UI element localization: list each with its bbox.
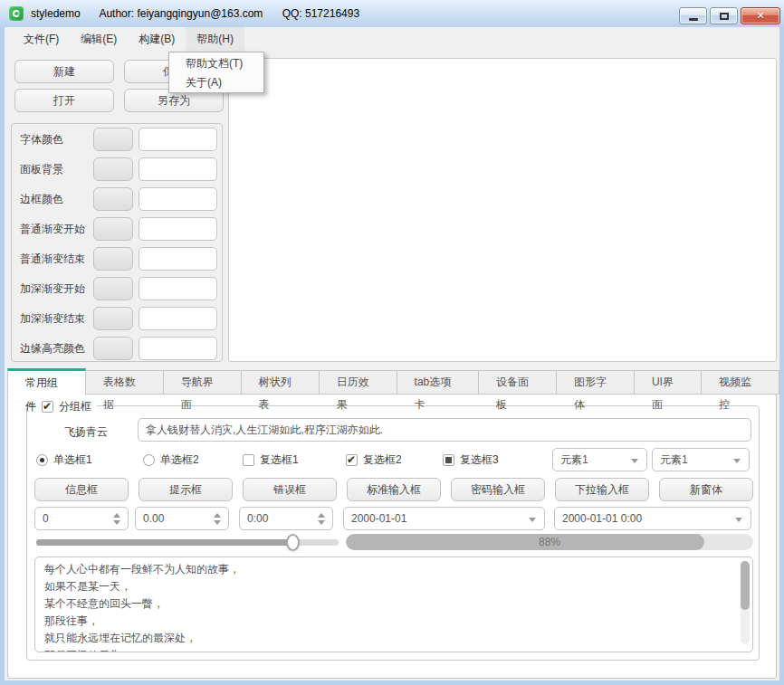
tab-icon-font[interactable]: 图形字体 — [556, 370, 635, 395]
combo-box-2[interactable]: 元素1 — [652, 448, 750, 471]
radio-icon — [36, 454, 48, 466]
combo-box-1[interactable]: 元素1 — [552, 448, 647, 471]
menu-help[interactable]: 帮助(H) — [186, 27, 244, 52]
color-value-input[interactable] — [139, 247, 217, 271]
color-swatch-button[interactable] — [93, 157, 133, 181]
color-label: 加深渐变开始 — [20, 277, 85, 300]
color-value-input[interactable] — [139, 128, 217, 151]
info-dialog-button[interactable]: 信息框 — [34, 478, 129, 501]
group-box-checkbox[interactable]: 分组框 — [42, 399, 91, 414]
radio-2[interactable]: 单选框2 — [143, 448, 199, 471]
titlebar[interactable]: styledemo Author: feiyangqingyun@163.com… — [0, 0, 784, 27]
tab-calendar[interactable]: 日历效果 — [319, 370, 397, 395]
color-swatch-button[interactable] — [93, 277, 133, 300]
checkbox-label: 复选框3 — [460, 452, 499, 468]
tab-tabcontrol[interactable]: tab选项卡 — [397, 370, 480, 395]
hint-dialog-button[interactable]: 提示框 — [139, 478, 233, 501]
color-value-input[interactable] — [139, 277, 217, 300]
tab-nav-ui[interactable]: 导航界面 — [163, 370, 242, 395]
datetime-picker-value: 2000-01-01 0:00 — [562, 508, 642, 529]
color-value-input[interactable] — [139, 217, 217, 241]
color-value-input[interactable] — [139, 307, 217, 330]
color-value-input[interactable] — [139, 337, 217, 360]
checkbox-1[interactable]: 复选框1 — [243, 448, 299, 471]
name-input[interactable]: 拿人钱财替人消灾,人生江湖如此,程序江湖亦如此. — [138, 418, 751, 442]
combo-value: 元素1 — [560, 449, 588, 471]
dropdown-input-button[interactable]: 下拉输入框 — [555, 478, 649, 501]
story-textarea[interactable]: 每个人心中都有一段鲜不为人知的故事， 如果不是某一天， 某个不经意的回头一瞥， … — [34, 557, 753, 652]
slider-handle[interactable] — [286, 534, 300, 551]
color-label: 加深渐变结束 — [20, 307, 85, 330]
checkbox-3[interactable]: 复选框3 — [443, 448, 499, 471]
color-label: 普通渐变开始 — [20, 217, 85, 241]
color-label: 普通渐变结束 — [20, 247, 85, 271]
chevron-down-icon — [529, 518, 536, 522]
int-spinbox[interactable]: 0 — [34, 507, 129, 530]
radio-1[interactable]: 单选框1 — [36, 448, 92, 471]
error-dialog-button[interactable]: 错误框 — [243, 478, 337, 501]
app-window: styledemo Author: feiyangqingyun@163.com… — [0, 0, 784, 685]
standard-input-button[interactable]: 标准输入框 — [347, 478, 441, 501]
date-picker[interactable]: 2000-01-01 — [343, 507, 545, 530]
menu-build[interactable]: 构建(B) — [128, 27, 186, 52]
double-spinbox[interactable]: 0.00 — [135, 507, 229, 530]
time-spinbox[interactable]: 0:00 — [239, 507, 333, 530]
new-window-button[interactable]: 新窗体 — [659, 478, 753, 501]
datetime-picker[interactable]: 2000-01-01 0:00 — [554, 507, 751, 530]
color-row-highlight: 边缘高亮颜色 — [12, 337, 222, 360]
progress-bar: 88% — [346, 534, 753, 550]
qq-text: QQ: 517216493 — [282, 7, 359, 20]
vertical-scrollbar[interactable] — [741, 561, 750, 644]
color-row-normal-grad-end: 普通渐变结束 — [12, 247, 222, 271]
maximize-icon — [720, 13, 729, 20]
new-button[interactable]: 新建 — [14, 60, 114, 83]
spinbox-arrows-icon[interactable] — [214, 513, 221, 525]
tab-table-data[interactable]: 表格数据 — [85, 370, 164, 395]
chevron-down-icon — [735, 518, 742, 522]
minimize-button[interactable] — [679, 7, 707, 24]
color-swatch-button[interactable] — [93, 217, 133, 241]
group-box-legend: 分组框 — [36, 398, 97, 414]
spinbox-arrows-icon[interactable] — [318, 513, 325, 525]
color-row-font: 字体颜色 — [12, 128, 222, 151]
spinbox-arrows-icon[interactable] — [113, 513, 120, 525]
color-row-dark-grad-end: 加深渐变结束 — [12, 307, 222, 330]
radio-label: 单选框1 — [53, 452, 92, 468]
client-area: 文件(F) 编辑(E) 构建(B) 帮助(H) 新建 保存 打开 另存为 字体颜… — [5, 27, 779, 680]
app-icon — [9, 6, 24, 21]
textarea-line: 那是回忆的尽头。 — [44, 647, 732, 652]
scrollbar-thumb[interactable] — [741, 561, 750, 610]
checkbox-2[interactable]: 复选框2 — [346, 448, 402, 471]
color-swatch-button[interactable] — [93, 247, 133, 271]
progress-label: 88% — [346, 534, 753, 550]
textarea-content: 每个人心中都有一段鲜不为人知的故事， 如果不是某一天， 某个不经意的回头一瞥， … — [44, 561, 732, 652]
color-swatch-button[interactable] — [93, 307, 133, 330]
tab-video-monitor[interactable]: 视频监控 — [701, 370, 779, 395]
color-swatch-button[interactable] — [93, 337, 133, 360]
password-input-button[interactable]: 密码输入框 — [451, 478, 545, 501]
radio-label: 单选框2 — [160, 452, 199, 468]
open-button[interactable]: 打开 — [14, 89, 114, 112]
color-swatch-button[interactable] — [93, 187, 133, 211]
maximize-button[interactable] — [710, 7, 738, 24]
close-button[interactable]: ✕ — [741, 7, 780, 24]
tab-tree-list[interactable]: 树状列表 — [241, 370, 320, 395]
horizontal-slider[interactable] — [36, 532, 339, 552]
color-value-input[interactable] — [139, 157, 217, 181]
textarea-line: 某个不经意的回头一瞥， — [44, 595, 732, 613]
color-swatch-button[interactable] — [93, 128, 133, 151]
preview-panel — [228, 58, 777, 362]
group-box: 分组框 飞扬青云 拿人钱财替人消灾,人生江湖如此,程序江湖亦如此. 单选框1 单… — [26, 405, 760, 661]
menu-item-help-doc[interactable]: 帮助文档(T) — [169, 54, 263, 73]
textarea-line: 每个人心中都有一段鲜不为人知的故事， — [44, 561, 732, 578]
tab-ui[interactable]: UI界面 — [634, 370, 702, 395]
tab-device-panel[interactable]: 设备面板 — [478, 370, 557, 395]
name-label: 飞扬青云 — [36, 421, 136, 442]
menu-item-about[interactable]: 关于(A) — [169, 73, 263, 92]
checkbox-icon — [443, 454, 454, 466]
menu-file[interactable]: 文件(F) — [13, 27, 70, 52]
tab-common-widgets[interactable]: 常用组件 — [7, 368, 86, 395]
menu-edit[interactable]: 编辑(E) — [70, 27, 128, 52]
textarea-line: 就只能永远埋在记忆的最深处， — [44, 630, 732, 647]
color-value-input[interactable] — [139, 187, 217, 211]
